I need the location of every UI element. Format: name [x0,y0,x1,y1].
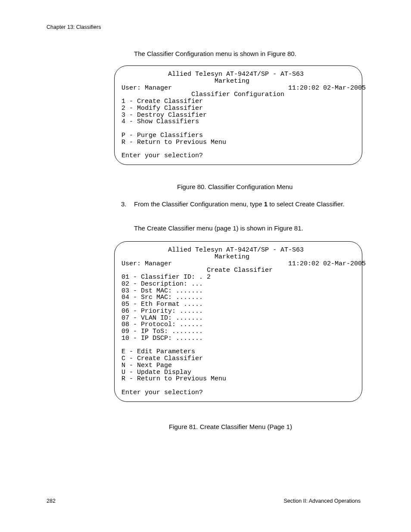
menu-option-01: 01 - Classifier ID: . 2 [121,274,211,281]
terminal-title-2: Marketing [215,78,249,85]
terminal-content: Allied Telesyn AT-9424T/SP - AT-S63 Mark… [121,71,355,159]
menu-option-r: R - Return to Previous Menu [121,375,226,383]
terminal-timestamp: 11:20:02 02-Mar-2005 [288,84,366,92]
intro-paragraph: The Classifier Configuration menu is sho… [134,50,296,57]
menu-option-r: R - Return to Previous Menu [121,139,226,146]
terminal-title-1: Allied Telesyn AT-9424T/SP - AT-S63 [168,71,304,78]
terminal-user: User: Manager [121,260,172,268]
menu-prompt: Enter your selection? [121,389,203,396]
menu-prompt: Enter your selection? [121,152,203,159]
terminal-screen-figure-81: Allied Telesyn AT-9424T/SP - AT-S63 Mark… [114,241,362,402]
terminal-timestamp: 11:20:02 02-Mar-2005 [288,260,366,268]
menu-option-07: 07 - VLAN ID: ....... [121,314,203,322]
menu-option-4: 4 - Show Classifiers [121,118,199,125]
menu-option-c: C - Create Classifier [121,355,203,362]
menu-option-e: E - Edit Parameters [121,348,195,355]
section-label: Section II: Advanced Operations [283,498,361,504]
step-number: 3. [121,200,134,208]
menu-option-3: 3 - Destroy Classifier [121,112,207,119]
terminal-screen-figure-80: Allied Telesyn AT-9424T/SP - AT-S63 Mark… [114,65,362,165]
figure-80-caption: Figure 80. Classifier Configuration Menu [177,183,293,190]
menu-option-p: P - Purge Classifiers [121,132,203,139]
terminal-title-1: Allied Telesyn AT-9424T/SP - AT-S63 [168,246,304,254]
menu-option-04: 04 - Src MAC: ....... [121,294,203,301]
paragraph-2: The Create Classifier menu (page 1) is s… [134,224,303,232]
menu-option-10: 10 - IP DSCP: ....... [121,335,203,342]
menu-option-02: 02 - Description: ... [121,280,203,288]
menu-option-n: N - Next Page [121,362,172,369]
step-3-text: 3.From the Classifier Configuration menu… [121,200,362,208]
menu-option-05: 05 - Eth Format ..... [121,301,203,308]
terminal-content: Allied Telesyn AT-9424T/SP - AT-S63 Mark… [121,247,355,396]
step-text-pre: From the Classifier Configuration menu, … [134,200,264,208]
menu-option-08: 08 - Protocol: ...... [121,321,203,328]
terminal-title-2: Marketing [215,253,249,261]
chapter-header: Chapter 13: Classifiers [47,24,101,30]
menu-option-06: 06 - Priority: ...... [121,308,203,315]
menu-option-03: 03 - Dst MAC: ....... [121,287,203,295]
terminal-menu-title: Create Classifier [207,267,273,274]
terminal-menu-title: Classifier Configuration [191,91,284,98]
figure-81-caption: Figure 81. Create Classifier Menu (Page … [169,423,292,430]
menu-option-2: 2 - Modify Classifier [121,105,203,112]
menu-option-u: U - Update Display [121,369,191,376]
step-text-bold: 1 [264,200,268,208]
step-text-post: to select Create Classifier. [268,200,344,208]
menu-option-09: 09 - IP ToS: ........ [121,328,203,335]
menu-option-1: 1 - Create Classifier [121,98,203,105]
page-number: 282 [47,498,56,504]
terminal-user: User: Manager [121,84,172,92]
